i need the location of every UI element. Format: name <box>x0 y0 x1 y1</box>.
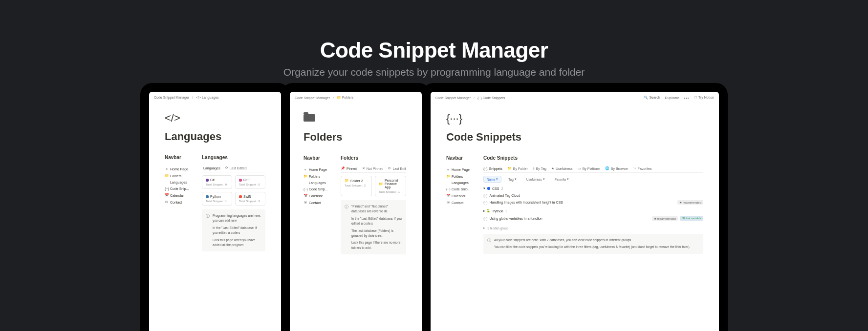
language-dot-icon <box>206 179 209 182</box>
more-menu-icon[interactable]: ••• <box>684 96 689 100</box>
snippet-row[interactable]: {··}Handling images with inconsistent he… <box>483 199 703 206</box>
language-card[interactable]: C#Total Snippet : 0 <box>202 175 232 189</box>
snippet-row[interactable]: {··}Using global variables in a function… <box>483 215 703 222</box>
sidebar-item[interactable]: 📅Calendar <box>446 192 475 199</box>
filter-chip[interactable]: Tag▾ <box>505 176 519 182</box>
nav-item-label: Languages <box>309 181 326 185</box>
view-tab[interactable]: #By Tag <box>533 166 546 170</box>
tag-pill: ★ recommended <box>677 200 703 205</box>
snippets-icon: {···} <box>446 112 703 126</box>
breadcrumb-root[interactable]: Code Snippet Manager <box>295 96 330 100</box>
filter-label: Favorite <box>555 178 566 181</box>
filter-label: Name <box>487 178 495 181</box>
breadcrumb: Code Snippet Manager / </> Languages <box>149 92 281 103</box>
sidebar-item[interactable]: Languages <box>165 179 193 186</box>
view-tab[interactable]: 📌Pinned <box>341 166 357 173</box>
nav-item-icon: ✉ <box>304 201 307 205</box>
tab-icon: 📌 <box>341 166 345 170</box>
tab-icon: 📁 <box>507 166 512 170</box>
tab-label: By Tag <box>536 167 546 170</box>
folder-cards-row: 📁Folder 2Total Snippet : 2📁Personal Fina… <box>341 176 406 196</box>
filter-chip[interactable]: Name▾ <box>483 176 501 183</box>
group-header[interactable]: ▾CSS2 <box>483 186 703 190</box>
view-tab[interactable]: ▭By Platform <box>578 166 600 170</box>
sidebar-item[interactable]: «Home Page <box>304 166 332 173</box>
hidden-groups[interactable]: ▸ 1 hidden group <box>483 226 703 230</box>
folder-icon: 📁 <box>379 182 383 186</box>
sidebar-item[interactable]: {··}Code Snip... <box>304 186 332 192</box>
sidebar-item[interactable]: 📅Calendar <box>165 192 193 199</box>
view-tab[interactable]: ♡Favorites <box>633 166 652 170</box>
section-heading: Folders <box>341 155 406 161</box>
group-count: 2 <box>501 187 503 190</box>
snippet-icon: {··} <box>483 201 488 204</box>
nav-item-icon: 📅 <box>165 193 169 197</box>
view-tab[interactable]: 📁By Folder <box>507 166 528 170</box>
navbar-heading: Navbar <box>446 155 475 161</box>
toggle-icon: ▾ <box>483 186 485 190</box>
snippet-title: Using global variables in a function <box>490 217 542 220</box>
nav-item-icon: 📅 <box>304 194 307 198</box>
language-card[interactable]: PythonTotal Snippet : 1 <box>202 192 232 206</box>
view-tab[interactable]: ★Usefulness <box>551 166 573 170</box>
nav-item-icon: « <box>304 168 307 171</box>
card-title: Swift <box>243 195 251 198</box>
card-subtitle: Total Snippet : 0 <box>206 183 228 186</box>
group-header[interactable]: ▸ 🐍Python1 <box>483 209 703 213</box>
info-callout: ⓘ Programming languages are here, you ca… <box>202 209 265 251</box>
view-tab[interactable]: Languages <box>202 166 220 172</box>
sidebar-item[interactable]: 📁Folders <box>165 172 193 179</box>
sidebar-item[interactable]: {··}Code Snip... <box>165 186 193 192</box>
sidebar-item[interactable]: «Home Page <box>165 166 193 172</box>
language-card[interactable]: SwiftTotal Snippet : 0 <box>235 192 265 206</box>
sidebar-item[interactable]: 📅Calendar <box>304 192 332 199</box>
hero: Code Snippet Manager Organize your code … <box>0 0 868 78</box>
filter-chip[interactable]: Usefulness▾ <box>523 176 548 182</box>
sidebar-item[interactable]: ✉Contact <box>165 199 193 206</box>
snippet-row[interactable]: {··}Animated Tag Cloud <box>483 192 703 199</box>
duplicate-button[interactable]: Duplicate <box>665 96 679 100</box>
try-notion-button[interactable]: ⬚ Try Notion <box>694 96 714 100</box>
breadcrumb-root[interactable]: Code Snippet Manager <box>154 96 189 99</box>
page-title: Languages <box>165 130 265 143</box>
breadcrumb-root[interactable]: Code Snippet Manager <box>435 96 471 100</box>
sidebar-item[interactable]: Languages <box>446 180 475 186</box>
snippet-title: Handling images with inconsistent height… <box>490 201 563 204</box>
nav-item-label: Home Page <box>309 168 327 171</box>
tab-label: Favorites <box>638 167 652 170</box>
view-tab[interactable]: ⟳Last Edited <box>388 166 406 170</box>
card-title: Personal Finance App <box>385 179 402 189</box>
card-title: Folder 2 <box>350 179 363 183</box>
section-heading: Languages <box>202 155 265 160</box>
callout-line: The last database (Folders) is grouped b… <box>351 228 402 239</box>
sidebar-item[interactable]: ✉Contact <box>304 199 332 206</box>
info-icon: ⓘ <box>345 204 348 250</box>
language-dot-icon <box>239 179 242 182</box>
view-tab[interactable]: 🌐By Browser <box>605 166 629 170</box>
card-subtitle: Total Snippet : 2 <box>345 184 368 187</box>
folder-card[interactable]: 📁Personal Finance AppTotal Snippet : 1 <box>375 176 406 196</box>
language-cards-row: C#Total Snippet : 0C++Total Snippet : 0 <box>202 175 265 189</box>
nav-item-icon: 📅 <box>446 194 450 198</box>
card-subtitle: Total Snippet : 1 <box>379 190 402 193</box>
tab-label: Last Edited <box>392 167 406 170</box>
sidebar-item[interactable]: «Home Page <box>446 166 475 173</box>
folder-card[interactable]: 📁Folder 2Total Snippet : 2 <box>341 176 372 196</box>
sidebar-item[interactable]: Languages <box>304 180 332 186</box>
navbar-heading: Navbar <box>304 155 332 161</box>
sidebar-item[interactable]: 📁Folders <box>446 173 475 180</box>
folder-icon: 📁 <box>345 179 349 183</box>
callout-line: All your code snippets are here. With 7 … <box>494 238 690 243</box>
sidebar-item[interactable]: {··}Code Snip... <box>446 186 475 192</box>
card-subtitle: Total Snippet : 0 <box>239 200 261 203</box>
sidebar-item[interactable]: ✉Contact <box>446 199 475 206</box>
search-button[interactable]: 🔍 Search <box>644 96 660 100</box>
view-tab[interactable]: {··}Snippets <box>483 166 502 173</box>
filter-chip[interactable]: Favorite▾ <box>552 176 572 182</box>
view-tab[interactable]: ⟳Last Edited <box>225 166 247 170</box>
nav-item-icon: {··} <box>446 187 450 191</box>
sidebar-item[interactable]: 📁Folders <box>304 173 332 180</box>
view-tab[interactable]: ✕Not Pinned <box>362 166 384 170</box>
language-card[interactable]: C++Total Snippet : 0 <box>235 175 265 189</box>
nav-item-label: Folders <box>309 175 320 178</box>
